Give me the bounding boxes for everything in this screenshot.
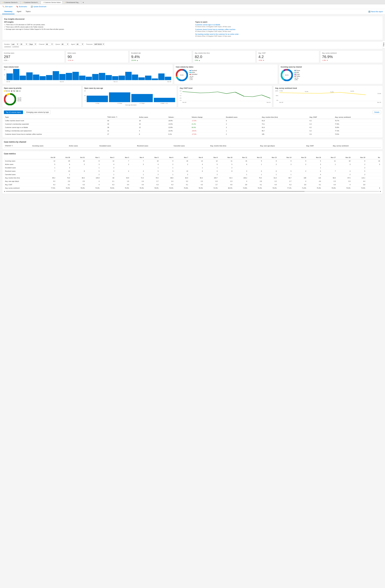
- age-bar-1week: [154, 98, 175, 102]
- th-active-cases[interactable]: Active cases: [138, 115, 167, 119]
- filters-sidebar[interactable]: Filters: [382, 41, 385, 48]
- bar: [79, 76, 86, 80]
- volume-trend-title: Case volume trend: [4, 66, 171, 68]
- duration-num-select[interactable]: 30: [20, 43, 28, 46]
- daily-header-row: Oct 29Oct 30Oct 31Nov 1Nov 2Nov 3Nov 4No…: [4, 156, 381, 159]
- tab-4[interactable]: ⚡ Omnichannel Ong...: [63, 1, 81, 4]
- duration-period-select[interactable]: Last: [11, 43, 19, 46]
- insights-content: KPI insights ↘ There was a 4.1% decrease…: [4, 21, 381, 38]
- bar: [40, 76, 46, 80]
- th-ch-sentiment: Avg. survey sentiment: [332, 144, 381, 147]
- date-header: Nov 9: [204, 156, 219, 159]
- th-channel[interactable]: Channel ⇅: [4, 144, 31, 147]
- date-header: Nov 16: [307, 156, 322, 159]
- csat-trend-title: Avg. CSAT trend: [180, 87, 271, 89]
- topic-meta-2: #5 Volume Driver, #1 Negative CSAT impac…: [195, 31, 381, 32]
- email-dot: [294, 74, 296, 75]
- date-header: Nov 4: [130, 156, 145, 159]
- new-tab-button[interactable]: +: [82, 1, 85, 4]
- down-arrow-csat: ▼: [263, 60, 264, 61]
- daily-metrics-scroll[interactable]: Oct 29Oct 30Oct 31Nov 1Nov 2Nov 3Nov 4No…: [4, 156, 381, 190]
- bar: [26, 72, 33, 80]
- tab-3[interactable]: ⚡ Customer Service histori... ✕: [41, 1, 62, 4]
- th-volume[interactable]: Volume ↑: [167, 115, 191, 119]
- priority-legend: Normal High Low: [4, 90, 80, 92]
- date-header: Nov 7: [174, 156, 189, 159]
- channel-select[interactable]: All: [45, 43, 53, 46]
- twitter-dot: [294, 76, 296, 77]
- insights-title: Key insights discovered: [4, 18, 381, 20]
- update-bookmark-button[interactable]: 🔄 Update Bookmark: [30, 5, 47, 8]
- duration-label: Duration: [4, 43, 10, 45]
- date-header: Nov 13: [263, 156, 278, 159]
- tab-2[interactable]: ⚡ Customer Service A...: [21, 1, 40, 4]
- age-bars-container: <1 Day 1-3 Days 4-7 Days 1 Week - 1 M...…: [87, 90, 175, 106]
- kpi-card-sentiment: Avg. survey sentiment 76.9% -1.9% ▼: [320, 50, 383, 63]
- volume-status-donut: 59.9% Resolved Active Cancelled: [176, 69, 276, 81]
- filter-controls: Duration Last 30 Days Channel All Queue: [4, 43, 381, 46]
- channel-metrics-header: Channel ⇅ Incoming cases Active cases Es…: [4, 144, 381, 147]
- topic-link-2[interactable]: Customer doesn't know how to maintain co…: [195, 29, 381, 30]
- tab-summary[interactable]: Summary: [2, 9, 15, 14]
- queue-filter: Queue All: [56, 43, 69, 46]
- daily-row: Avg. CSAT4.34.14.344.34.44.44.34.34.14.3…: [4, 183, 381, 186]
- topics-section: Topics to watch Customer cannot sign in …: [195, 21, 381, 38]
- date-header: Nov 12: [248, 156, 263, 159]
- topic-link-1[interactable]: Customer cannot sign in on Mobile: [195, 24, 381, 26]
- duration-unit-select[interactable]: Days: [29, 43, 37, 46]
- svg-point-13: [6, 95, 14, 103]
- tab-agent[interactable]: Agent: [15, 9, 23, 14]
- tab-1[interactable]: ⚡ Customer Service A...: [0, 1, 20, 4]
- timezone-select[interactable]: GMT-08:00: [93, 43, 105, 46]
- about-report-link[interactable]: ℹ️ About this report: [368, 11, 383, 13]
- volume-x-labels: Oct 30 Nov 06 Nov 13 Nov 20: [6, 81, 171, 82]
- date-header: Nov 2: [101, 156, 115, 159]
- bar: [13, 69, 20, 80]
- topic-link-3[interactable]: No tracking number send to the customer …: [195, 33, 381, 35]
- tab-4-label: Omnichannel Ong...: [66, 2, 80, 3]
- bar: [132, 75, 138, 80]
- channel-filter: Channel All: [39, 43, 53, 46]
- date-header: Nov 10: [219, 156, 233, 159]
- tab-2-label: Customer Service A...: [24, 2, 39, 3]
- emerging-volume-button[interactable]: Emerging case volume by topic: [25, 110, 51, 114]
- volume-bars: [6, 69, 171, 81]
- th-ch-case-age: Avg. case age (days): [259, 144, 305, 147]
- bar: [53, 71, 59, 80]
- agent-select[interactable]: All: [76, 43, 84, 46]
- table-row: Customer doesn't know how to maintain co…: [4, 133, 381, 136]
- legend-resolved: Resolved: [190, 70, 197, 71]
- queue-select[interactable]: All: [61, 43, 69, 46]
- age-title: Open cases by case age: [84, 87, 175, 89]
- sentiment-x-labels: Nov 06 Nov 20: [279, 102, 381, 103]
- tab-topics[interactable]: Topics: [23, 9, 33, 14]
- incoming-channel-legend: Phone Web Email Twitter 3: [294, 70, 300, 81]
- kpi-resolve-value: 82.0: [195, 55, 254, 59]
- scroll-bar[interactable]: [6, 191, 379, 192]
- edit-report-button[interactable]: ✏️ Edit report: [2, 5, 13, 8]
- kpi-sentiment-value: 76.9%: [322, 55, 381, 59]
- top-volume-topics-button[interactable]: Top 10 volume topics: [4, 110, 23, 114]
- date-header: Nov 3: [115, 156, 130, 159]
- th-total-cases[interactable]: Total cases ⇅: [106, 115, 138, 119]
- details-button[interactable]: Details: [373, 110, 381, 114]
- topics-table-header-row: Topic Total cases ⇅ Active cases Volume …: [4, 115, 381, 119]
- bar: [158, 73, 165, 80]
- daily-row: Avg. survey sentiment77.5%76.0%78.0%75.0…: [4, 186, 381, 190]
- bar: [119, 76, 125, 80]
- age-bar-1-3days: [109, 92, 130, 102]
- bar: [59, 74, 66, 80]
- kpi-cards-row: Incoming cases 297 0.0% -- Active cases …: [2, 50, 383, 63]
- avg-csat-trend-chart: Avg. CSAT trend 4.3 4 3.7 3.6 3.3 Nov 06…: [178, 85, 272, 107]
- th-ch-active: Active cases: [68, 144, 98, 147]
- kpi-card-incoming: Incoming cases 297 0.0% --: [2, 50, 65, 63]
- up-arrow-escalated: ▲: [137, 60, 138, 61]
- bookmarks-button[interactable]: 🔖 Bookmarks: [15, 5, 28, 8]
- bar: [92, 74, 99, 80]
- th-avg-csat: Avg. CSAT: [308, 115, 334, 119]
- up-arrow-resolve: ▲: [199, 60, 200, 61]
- scroll-bar-row: ◀ ▶: [4, 190, 381, 192]
- date-header: Nov 14: [278, 156, 293, 159]
- open-by-age-chart: Open cases by case age 40 20 0 <1 Day: [83, 85, 177, 107]
- daily-body: Incoming cases12201081277109161212111598…: [4, 159, 381, 190]
